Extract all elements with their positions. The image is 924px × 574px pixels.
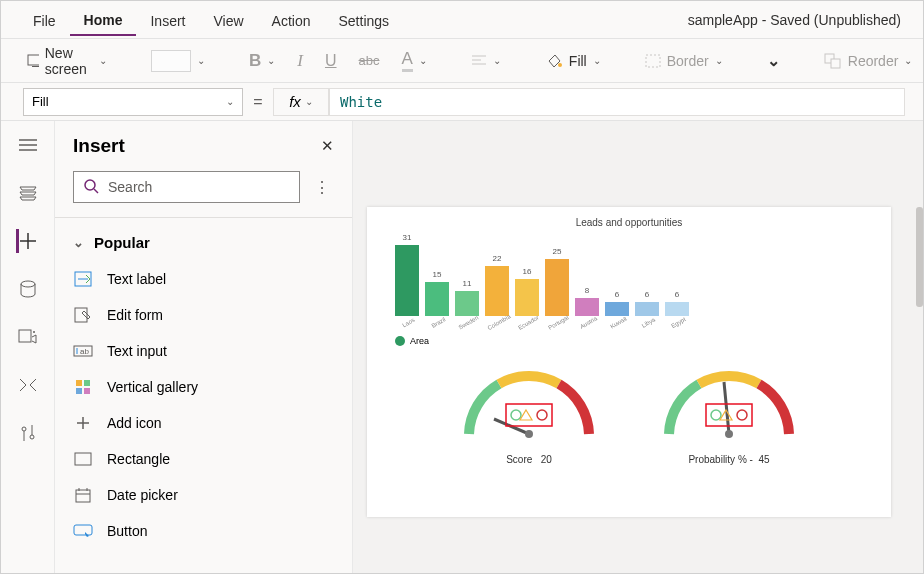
expand-chevron-button[interactable]: ⌄ [759, 47, 788, 74]
list-item-button[interactable]: Button [55, 513, 352, 549]
svg-point-44 [511, 410, 521, 420]
ribbon-toolbar: New screen ⌄ ⌄ B⌄ I U abc A⌄ ⌄ Fill⌄ Bor… [1, 39, 923, 83]
border-button[interactable]: Border⌄ [637, 49, 731, 73]
insert-item-list: ⌄ Popular Text label Edit form ab Text i… [55, 217, 352, 574]
bar-chart-axis: LaosBrazilSwedenColombiaEcuadorPortugalA… [395, 320, 873, 326]
svg-rect-30 [84, 380, 90, 386]
list-item-text-label[interactable]: Text label [55, 261, 352, 297]
search-input[interactable]: Search [73, 171, 300, 203]
formula-input[interactable]: White [329, 88, 905, 116]
bar-chart: 3115112216258666 [395, 236, 873, 316]
svg-point-19 [30, 435, 34, 439]
svg-rect-36 [76, 490, 90, 502]
chevron-down-icon: ⌄ [226, 96, 234, 107]
hamburger-icon[interactable] [16, 133, 40, 157]
app-screen[interactable]: Leads and opportunities 3115112216258666… [367, 207, 891, 517]
align-icon [471, 54, 487, 68]
svg-line-22 [94, 189, 98, 193]
svg-rect-29 [76, 380, 82, 386]
equals-sign: = [243, 93, 273, 111]
svg-point-16 [33, 331, 35, 333]
theme-color-button[interactable]: ⌄ [143, 46, 213, 76]
search-icon [84, 179, 100, 195]
svg-point-17 [22, 427, 26, 431]
svg-rect-1 [32, 66, 39, 67]
chart-title: Leads and opportunities [385, 217, 873, 228]
svg-rect-0 [28, 55, 39, 65]
new-screen-icon [27, 54, 39, 68]
rectangle-icon [73, 449, 93, 469]
fill-button[interactable]: Fill⌄ [537, 49, 609, 73]
font-color-button[interactable]: A⌄ [394, 45, 435, 76]
reorder-button[interactable]: Reorder⌄ [816, 49, 921, 73]
svg-point-14 [21, 281, 35, 287]
paint-bucket-icon [545, 53, 563, 69]
list-item-add-icon[interactable]: Add icon [55, 405, 352, 441]
add-icon-icon [73, 413, 93, 433]
svg-rect-15 [19, 330, 31, 342]
app-status: sampleApp - Saved (Unpublished) [688, 12, 905, 28]
svg-point-45 [537, 410, 547, 420]
svg-point-42 [525, 430, 533, 438]
svg-point-50 [737, 410, 747, 420]
vertical-gallery-icon [73, 377, 93, 397]
insert-pane: Insert ✕ Search ⋮ ⌄ Popular Text label E… [55, 121, 353, 574]
svg-point-21 [85, 180, 95, 190]
new-screen-button[interactable]: New screen ⌄ [19, 41, 115, 81]
edit-form-icon [73, 305, 93, 325]
list-item-rectangle[interactable]: Rectangle [55, 441, 352, 477]
property-selector[interactable]: Fill ⌄ [23, 88, 243, 116]
formula-bar: Fill ⌄ = fx⌄ White [1, 83, 923, 121]
reorder-icon [824, 53, 842, 69]
strikethrough-button[interactable]: abc [351, 49, 388, 72]
button-icon [73, 521, 93, 541]
media-icon[interactable] [16, 325, 40, 349]
chevron-down-icon: ⌄ [73, 235, 84, 250]
tools-icon[interactable] [16, 421, 40, 445]
chevron-down-icon: ⌄ [99, 55, 107, 66]
menu-home[interactable]: Home [70, 4, 137, 36]
underline-button[interactable]: U [317, 48, 345, 74]
svg-rect-6 [646, 55, 660, 67]
group-popular[interactable]: ⌄ Popular [55, 224, 352, 261]
svg-rect-8 [831, 59, 840, 68]
menu-insert[interactable]: Insert [136, 5, 199, 35]
scrollbar[interactable] [916, 207, 923, 307]
close-icon[interactable]: ✕ [321, 137, 334, 155]
svg-text:ab: ab [80, 347, 89, 356]
svg-rect-35 [75, 453, 91, 465]
menu-action[interactable]: Action [258, 5, 325, 35]
svg-rect-25 [75, 308, 87, 322]
bold-button[interactable]: B⌄ [241, 47, 283, 75]
menu-view[interactable]: View [199, 5, 257, 35]
fx-button[interactable]: fx⌄ [273, 88, 329, 116]
list-item-text-input[interactable]: ab Text input [55, 333, 352, 369]
svg-point-47 [725, 430, 733, 438]
more-options-icon[interactable]: ⋮ [310, 174, 334, 201]
variables-icon[interactable] [16, 373, 40, 397]
align-button[interactable]: ⌄ [463, 50, 509, 72]
date-picker-icon [73, 485, 93, 505]
svg-rect-40 [74, 525, 92, 535]
menu-file[interactable]: File [19, 5, 70, 35]
italic-button[interactable]: I [289, 47, 311, 75]
svg-rect-32 [84, 388, 90, 394]
tree-view-icon[interactable] [16, 181, 40, 205]
pane-title: Insert [73, 135, 125, 157]
menu-bar: File Home Insert View Action Settings sa… [1, 1, 923, 39]
list-item-edit-form[interactable]: Edit form [55, 297, 352, 333]
left-nav-rail [1, 121, 55, 574]
svg-point-5 [558, 63, 562, 67]
border-icon [645, 54, 661, 68]
insert-rail-icon[interactable] [16, 229, 40, 253]
text-input-icon: ab [73, 341, 93, 361]
text-label-icon [73, 269, 93, 289]
canvas-area[interactable]: Leads and opportunities 3115112216258666… [353, 121, 923, 574]
list-item-vertical-gallery[interactable]: Vertical gallery [55, 369, 352, 405]
menu-settings[interactable]: Settings [325, 5, 404, 35]
gauge-probability: Probability % - 45 [654, 364, 804, 465]
svg-point-49 [711, 410, 721, 420]
data-icon[interactable] [16, 277, 40, 301]
list-item-date-picker[interactable]: Date picker [55, 477, 352, 513]
gauge-score: Score 20 [454, 364, 604, 465]
